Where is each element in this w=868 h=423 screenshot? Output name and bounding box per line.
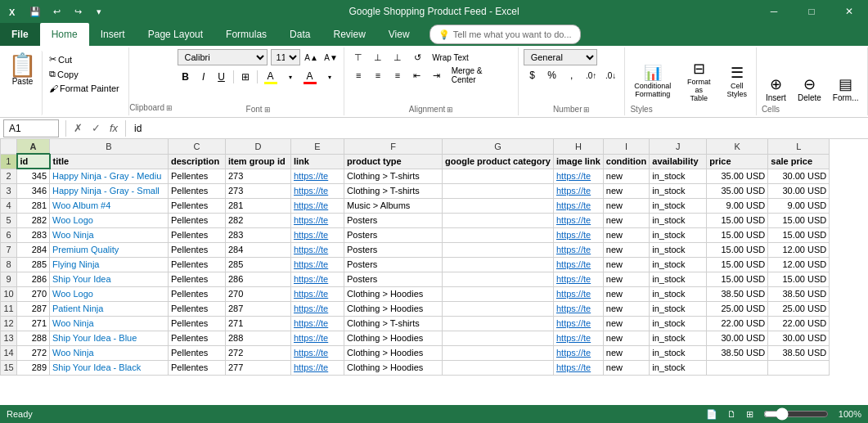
table-cell[interactable]: 271 bbox=[226, 316, 291, 331]
align-left-button[interactable]: ≡ bbox=[349, 67, 367, 83]
table-cell[interactable] bbox=[443, 301, 554, 316]
table-cell[interactable]: 286 bbox=[17, 272, 50, 286]
table-cell[interactable]: Pellentes bbox=[169, 183, 226, 198]
table-cell[interactable]: 281 bbox=[17, 198, 50, 213]
percent-button[interactable]: % bbox=[543, 67, 561, 83]
insert-function-button[interactable]: fx bbox=[106, 120, 122, 137]
table-cell[interactable]: Posters bbox=[344, 257, 443, 272]
maximize-button[interactable]: □ bbox=[793, 0, 830, 23]
col-header-F[interactable]: F bbox=[344, 139, 443, 154]
table-cell[interactable]: https://te bbox=[291, 316, 344, 331]
table-cell[interactable]: 30.00 USD bbox=[768, 183, 830, 198]
table-cell[interactable] bbox=[443, 345, 554, 360]
table-cell[interactable]: 38.50 USD bbox=[707, 286, 768, 301]
formula-input[interactable] bbox=[129, 123, 868, 134]
fill-color-button[interactable]: A bbox=[261, 70, 281, 84]
table-cell[interactable]: https://te bbox=[553, 360, 603, 375]
table-cell[interactable]: Ship Your Idea bbox=[50, 272, 169, 286]
table-cell[interactable]: in_stock bbox=[650, 183, 707, 198]
table-cell[interactable]: Pellentes bbox=[169, 242, 226, 257]
delete-cell-button[interactable]: ⊖ Delete bbox=[794, 73, 825, 105]
redo-qat-button[interactable]: ↪ bbox=[69, 2, 87, 20]
table-cell[interactable]: in_stock bbox=[650, 316, 707, 331]
table-cell[interactable]: 285 bbox=[17, 257, 50, 272]
top-align-button[interactable]: ⊤ bbox=[349, 49, 367, 65]
row-number[interactable]: 7 bbox=[1, 242, 17, 257]
table-cell[interactable]: Posters bbox=[344, 227, 443, 242]
table-cell[interactable]: https://te bbox=[291, 331, 344, 345]
table-cell[interactable]: 283 bbox=[226, 227, 291, 242]
table-cell[interactable] bbox=[443, 183, 554, 198]
table-cell[interactable]: Pellentes bbox=[169, 331, 226, 345]
conditional-formatting-button[interactable]: 📊 ConditionalFormatting bbox=[630, 61, 675, 101]
table-cell[interactable]: https://te bbox=[291, 272, 344, 286]
table-cell[interactable]: in_stock bbox=[650, 345, 707, 360]
col-header-L[interactable]: L bbox=[768, 139, 830, 154]
col-header-I[interactable]: I bbox=[603, 139, 650, 154]
table-cell[interactable]: https://te bbox=[553, 272, 603, 286]
table-cell[interactable]: 281 bbox=[226, 198, 291, 213]
table-cell[interactable]: Music > Albums bbox=[344, 198, 443, 213]
table-cell[interactable] bbox=[443, 316, 554, 331]
table-cell[interactable]: Pellentes bbox=[169, 345, 226, 360]
tab-formulas[interactable]: Formulas bbox=[214, 23, 278, 46]
table-cell[interactable] bbox=[443, 360, 554, 375]
table-cell[interactable]: Ship Your Idea - Blue bbox=[50, 331, 169, 345]
row-number[interactable]: 8 bbox=[1, 257, 17, 272]
paste-button[interactable]: 📋 Paste bbox=[3, 51, 43, 115]
table-cell[interactable]: new bbox=[603, 301, 650, 316]
alignment-expand-icon[interactable]: ⊞ bbox=[447, 106, 453, 114]
table-cell[interactable]: 273 bbox=[226, 183, 291, 198]
table-cell[interactable]: in_stock bbox=[650, 213, 707, 227]
table-cell[interactable] bbox=[443, 227, 554, 242]
row-number[interactable]: 4 bbox=[1, 198, 17, 213]
table-cell[interactable]: 282 bbox=[226, 213, 291, 227]
table-cell[interactable]: new bbox=[603, 345, 650, 360]
table-cell[interactable]: https://te bbox=[291, 213, 344, 227]
header-cell[interactable]: google product category bbox=[443, 154, 554, 169]
decrease-font-button[interactable]: A▼ bbox=[323, 49, 340, 65]
table-cell[interactable]: 277 bbox=[226, 360, 291, 375]
normal-view-button[interactable]: 📄 bbox=[706, 409, 717, 420]
table-cell[interactable]: https://te bbox=[291, 257, 344, 272]
row-number[interactable]: 13 bbox=[1, 331, 17, 345]
table-cell[interactable]: 15.00 USD bbox=[768, 227, 830, 242]
table-cell[interactable]: 15.00 USD bbox=[707, 257, 768, 272]
table-cell[interactable]: Patient Ninja bbox=[50, 301, 169, 316]
table-cell[interactable]: new bbox=[603, 257, 650, 272]
table-cell[interactable]: Clothing > Hoodies bbox=[344, 301, 443, 316]
confirm-formula-button[interactable]: ✓ bbox=[88, 120, 104, 137]
font-color-button[interactable]: A bbox=[300, 70, 320, 84]
header-cell[interactable]: condition bbox=[603, 154, 650, 169]
header-cell[interactable]: item group id bbox=[226, 154, 291, 169]
table-cell[interactable]: in_stock bbox=[650, 169, 707, 183]
table-cell[interactable]: https://te bbox=[553, 331, 603, 345]
table-cell[interactable]: 9.00 USD bbox=[707, 198, 768, 213]
middle-align-button[interactable]: ⊥ bbox=[369, 49, 387, 65]
row-number[interactable]: 15 bbox=[1, 360, 17, 375]
table-cell[interactable]: 284 bbox=[226, 242, 291, 257]
table-cell[interactable]: Clothing > T-shirts bbox=[344, 316, 443, 331]
table-cell[interactable]: Flying Ninja bbox=[50, 257, 169, 272]
table-cell[interactable]: Clothing > Hoodies bbox=[344, 345, 443, 360]
font-expand-icon[interactable]: ⊞ bbox=[264, 106, 271, 114]
table-cell[interactable]: Clothing > T-shirts bbox=[344, 169, 443, 183]
table-cell[interactable]: Pellentes bbox=[169, 286, 226, 301]
table-cell[interactable]: Pellentes bbox=[169, 316, 226, 331]
align-right-button[interactable]: ≡ bbox=[389, 67, 407, 83]
cut-button[interactable]: ✂ Cut bbox=[46, 52, 123, 66]
table-cell[interactable]: new bbox=[603, 286, 650, 301]
table-cell[interactable]: 30.00 USD bbox=[768, 331, 830, 345]
decrease-indent-button[interactable]: ⇤ bbox=[408, 67, 426, 83]
table-cell[interactable]: 15.00 USD bbox=[768, 213, 830, 227]
header-cell[interactable]: description bbox=[169, 154, 226, 169]
decrease-decimal-button[interactable]: .0↓ bbox=[602, 67, 620, 83]
table-cell[interactable]: https://te bbox=[291, 301, 344, 316]
tab-file[interactable]: File bbox=[0, 23, 40, 46]
table-cell[interactable]: https://te bbox=[291, 183, 344, 198]
table-cell[interactable]: Pellentes bbox=[169, 301, 226, 316]
table-cell[interactable]: Pellentes bbox=[169, 198, 226, 213]
table-cell[interactable]: Posters bbox=[344, 242, 443, 257]
table-cell[interactable]: 272 bbox=[226, 345, 291, 360]
clipboard-expand-icon[interactable]: ⊞ bbox=[166, 104, 173, 112]
